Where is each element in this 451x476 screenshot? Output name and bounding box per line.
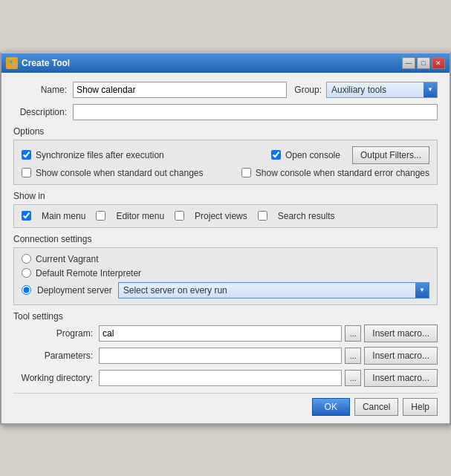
minimize-button[interactable]: — [402, 57, 415, 69]
working-dir-input[interactable] [99, 370, 342, 386]
deployment-server-label[interactable]: Deployment server [37, 285, 112, 296]
current-vagrant-radio[interactable] [22, 254, 31, 264]
program-ellipsis-button[interactable]: ... [345, 325, 361, 342]
tool-settings-section: Program: ... Insert macro... Parameters:… [13, 325, 438, 387]
show-console-stderr-checkbox[interactable] [241, 168, 251, 177]
default-remote-row: Default Remote Interpreter [22, 268, 429, 278]
title-bar-left: 🔧 Create Tool [6, 57, 70, 69]
program-insert-macro-button[interactable]: Insert macro... [364, 325, 438, 342]
project-views-checkbox[interactable] [175, 211, 184, 221]
show-in-section-label: Show in [13, 191, 438, 201]
group-select-text: Auxiliary tools [327, 82, 424, 97]
current-vagrant-row: Current Vagrant [22, 254, 429, 264]
title-bar: 🔧 Create Tool — □ ✕ [1, 53, 450, 73]
deployment-server-radio[interactable] [22, 285, 31, 295]
deployment-select-text: Select server on every run [119, 283, 415, 298]
sync-files-checkbox[interactable] [22, 150, 31, 160]
tool-settings-label: Tool settings [13, 311, 438, 322]
close-button[interactable]: ✕ [432, 57, 445, 69]
group-label: Group: [294, 85, 322, 95]
options-section: Synchronize files after execution Open c… [13, 140, 438, 185]
main-menu-label[interactable]: Main menu [42, 211, 85, 221]
editor-menu-label[interactable]: Editor menu [116, 211, 164, 221]
show-in-row: Main menu Editor menu Project views Sear… [22, 211, 429, 221]
ok-button[interactable]: OK [312, 398, 350, 416]
connection-settings-label: Connection settings [13, 234, 438, 244]
program-label: Program: [13, 328, 99, 339]
current-vagrant-label[interactable]: Current Vagrant [36, 254, 99, 264]
working-dir-row: Working directory: ... Insert macro... [13, 369, 438, 387]
parameters-insert-macro-button[interactable]: Insert macro... [364, 347, 438, 365]
footer-row: OK Cancel Help [13, 393, 438, 416]
parameters-input[interactable] [99, 348, 342, 364]
cancel-button[interactable]: Cancel [354, 398, 398, 416]
search-results-label[interactable]: Search results [278, 211, 335, 221]
sync-files-label[interactable]: Synchronize files after execution [36, 150, 164, 160]
title-controls: — □ ✕ [402, 57, 445, 69]
program-row: Program: ... Insert macro... [13, 325, 438, 342]
maximize-button[interactable]: □ [417, 57, 430, 69]
show-console-stderr-label[interactable]: Show console when standard error changes [256, 168, 429, 178]
window-title: Create Tool [22, 58, 70, 68]
program-input[interactable] [99, 325, 342, 342]
show-in-section: Main menu Editor menu Project views Sear… [13, 204, 438, 228]
connection-settings-section: Current Vagrant Default Remote Interpret… [13, 247, 438, 305]
search-results-checkbox[interactable] [258, 211, 267, 221]
sync-files-row: Synchronize files after execution Open c… [22, 146, 429, 164]
parameters-ellipsis-button[interactable]: ... [345, 348, 361, 364]
main-menu-checkbox[interactable] [22, 211, 31, 221]
working-dir-insert-macro-button[interactable]: Insert macro... [364, 369, 438, 387]
default-remote-radio[interactable] [22, 268, 31, 278]
group-select-arrow-icon[interactable]: ▼ [424, 82, 437, 97]
output-filters-button[interactable]: Output Filters... [352, 146, 429, 164]
parameters-label: Parameters: [13, 351, 99, 361]
group-select[interactable]: Auxiliary tools ▼ [326, 82, 438, 98]
show-console-stdout-checkbox[interactable] [22, 168, 31, 177]
working-dir-label: Working directory: [13, 373, 99, 383]
name-row: Name: Group: Auxiliary tools ▼ [13, 82, 438, 98]
deployment-server-row: Deployment server Select server on every… [22, 282, 429, 299]
deployment-server-select[interactable]: Select server on every run ▼ [118, 282, 429, 299]
window-icon: 🔧 [6, 57, 18, 69]
description-input[interactable] [73, 104, 438, 120]
name-input[interactable] [73, 82, 287, 98]
deployment-select-arrow-icon[interactable]: ▼ [415, 283, 429, 298]
show-console-stdout-label[interactable]: Show console when standard out changes [36, 168, 204, 178]
default-remote-label[interactable]: Default Remote Interpreter [36, 268, 141, 278]
name-label: Name: [13, 85, 73, 95]
help-button[interactable]: Help [403, 398, 438, 416]
dialog-content: Name: Group: Auxiliary tools ▼ Descripti… [1, 73, 450, 423]
description-label: Description: [13, 107, 73, 117]
dialog-window: 🔧 Create Tool — □ ✕ Name: Group: Auxilia… [0, 52, 451, 425]
description-row: Description: [13, 104, 438, 120]
project-views-label[interactable]: Project views [195, 211, 247, 221]
parameters-row: Parameters: ... Insert macro... [13, 347, 438, 365]
group-section: Group: Auxiliary tools ▼ [294, 82, 438, 98]
working-dir-ellipsis-button[interactable]: ... [345, 370, 361, 386]
open-console-label[interactable]: Open console [285, 150, 340, 160]
options-section-label: Options [13, 126, 438, 137]
show-console-stdout-row: Show console when standard out changes S… [22, 168, 429, 178]
editor-menu-checkbox[interactable] [96, 211, 106, 221]
open-console-checkbox[interactable] [271, 150, 281, 160]
